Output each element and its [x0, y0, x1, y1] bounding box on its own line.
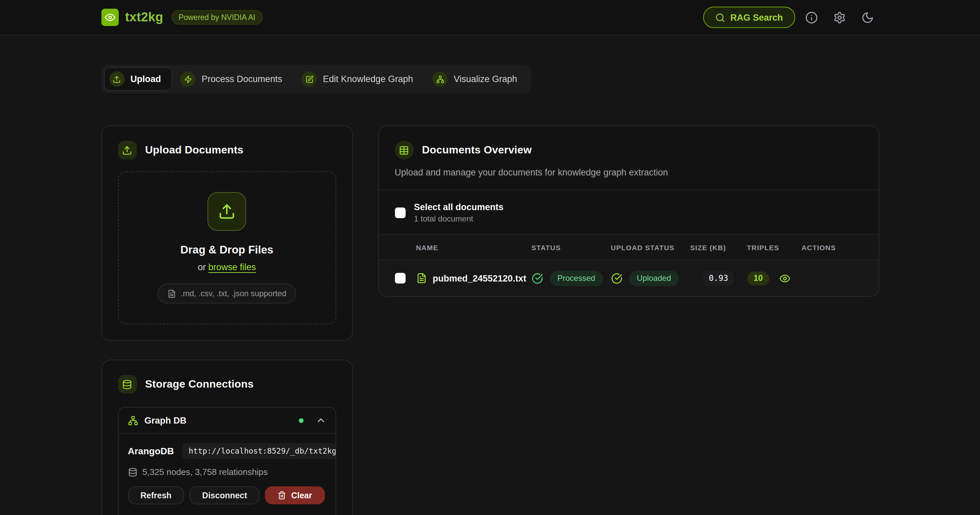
- refresh-button[interactable]: Refresh: [128, 486, 184, 504]
- edit-icon: [302, 72, 317, 87]
- documents-table-header: Name Status Upload Status Size (KB) Trip…: [379, 235, 878, 260]
- settings-button[interactable]: [828, 7, 851, 28]
- upload-icon: [118, 141, 137, 159]
- total-documents-count: 1 total document: [414, 214, 504, 224]
- chevron-up-icon: [315, 415, 326, 426]
- zap-icon: [180, 72, 196, 87]
- browse-files-link[interactable]: browse files: [208, 262, 256, 272]
- eye-icon: [779, 272, 790, 284]
- graph-db-stats: 5,325 nodes, 3,758 relationships: [142, 467, 268, 477]
- table-icon: [395, 141, 413, 159]
- tab-visualize-graph[interactable]: Visualize Graph: [427, 67, 528, 91]
- app-title: txt2kg: [125, 10, 163, 25]
- info-icon: [805, 11, 818, 24]
- dropzone-title: Drag & Drop Files: [128, 243, 326, 256]
- documents-table: Name Status Upload Status Size (KB) Trip…: [379, 234, 878, 296]
- column-header-name: Name: [416, 243, 531, 251]
- tab-label: Edit Knowledge Graph: [323, 74, 413, 84]
- file-text-icon: [167, 289, 176, 298]
- trash-icon: [278, 491, 286, 500]
- tab-upload[interactable]: Upload: [104, 67, 172, 91]
- graph-db-url: http://localhost:8529/_db/txt2kg: [182, 443, 336, 459]
- tab-label: Process Documents: [202, 74, 283, 84]
- documents-panel-subtitle: Upload and manage your documents for kno…: [379, 159, 878, 190]
- upload-status-badge: Uploaded: [629, 270, 679, 286]
- top-bar: txt2kg Powered by NVIDIA AI RAG Search: [0, 0, 980, 35]
- graph-db-label: Graph DB: [145, 415, 292, 425]
- view-document-button[interactable]: [779, 272, 790, 284]
- info-button[interactable]: [800, 7, 823, 28]
- select-all-checkbox[interactable]: [395, 207, 405, 218]
- column-header-size: Size (KB): [690, 243, 747, 251]
- column-header-triples: Triples: [747, 243, 802, 251]
- table-row: pubmed_24552120.txt Processed Uploaded 0…: [379, 260, 878, 296]
- graph-db-details: ArangoDB http://localhost:8529/_db/txt2k…: [118, 433, 335, 515]
- upload-icon: [207, 192, 246, 231]
- moon-icon: [861, 11, 874, 24]
- row-checkbox[interactable]: [395, 273, 405, 283]
- storage-panel-title: Storage Connections: [145, 378, 254, 390]
- tab-process-documents[interactable]: Process Documents: [175, 67, 294, 91]
- upload-documents-card: Upload Documents Drag & Drop Files or br…: [101, 126, 353, 341]
- column-header-status: Status: [531, 243, 611, 251]
- check-circle-icon: [611, 272, 622, 284]
- check-circle-icon: [531, 272, 543, 284]
- tab-edit-knowledge-graph[interactable]: Edit Knowledge Graph: [296, 67, 424, 91]
- tab-label: Visualize Graph: [453, 74, 517, 84]
- tab-label: Upload: [130, 74, 161, 84]
- select-all-label: Select all documents: [414, 202, 504, 212]
- dropzone-or-text: or: [198, 262, 206, 272]
- network-icon: [128, 415, 138, 425]
- triples-count-badge: 10: [747, 271, 770, 285]
- upload-panel-title: Upload Documents: [145, 144, 243, 156]
- file-dropzone[interactable]: Drag & Drop Files or browse files .md, .…: [118, 172, 336, 324]
- clear-button[interactable]: Clear: [265, 486, 325, 504]
- supported-formats-text: .md, .csv, .txt, .json supported: [180, 289, 286, 298]
- txt2kg-app: txt2kg Powered by NVIDIA AI RAG Search: [0, 0, 980, 515]
- storage-connections-card: Storage Connections Graph DB: [101, 359, 353, 515]
- documents-overview-card: Documents Overview Upload and manage you…: [378, 126, 879, 297]
- column-header-actions: Actions: [802, 243, 862, 251]
- database-icon: [118, 375, 137, 394]
- rag-search-button[interactable]: RAG Search: [703, 7, 795, 28]
- clear-button-label: Clear: [291, 491, 312, 500]
- file-text-icon: [416, 273, 426, 283]
- search-icon: [715, 12, 725, 22]
- nvidia-logo-icon: [101, 9, 118, 26]
- document-name: pubmed_24552120.txt: [433, 273, 527, 283]
- supported-formats-badge: .md, .csv, .txt, .json supported: [157, 283, 296, 304]
- size-value: 0.93: [703, 271, 734, 286]
- graph-db-provider: ArangoDB: [128, 446, 174, 456]
- database-icon: [128, 467, 137, 477]
- theme-toggle-button[interactable]: [856, 7, 879, 28]
- app-logo: txt2kg Powered by NVIDIA AI: [101, 9, 262, 26]
- graph-db-accordion-header[interactable]: Graph DB: [118, 408, 335, 433]
- network-icon: [432, 72, 448, 87]
- gear-icon: [833, 11, 846, 24]
- upload-icon: [109, 72, 124, 87]
- disconnect-button[interactable]: Disconnect: [189, 486, 260, 504]
- main-tabs: Upload Process Documents Edit Knowledge …: [101, 65, 531, 94]
- connected-status-dot: [299, 418, 303, 423]
- column-header-upload-status: Upload Status: [611, 243, 690, 251]
- status-badge: Processed: [549, 270, 603, 286]
- powered-by-badge: Powered by NVIDIA AI: [171, 10, 262, 25]
- rag-search-label: RAG Search: [730, 12, 783, 22]
- storage-accordion: Graph DB ArangoDB http://localhost:8529/…: [118, 407, 336, 515]
- documents-panel-title: Documents Overview: [422, 144, 532, 156]
